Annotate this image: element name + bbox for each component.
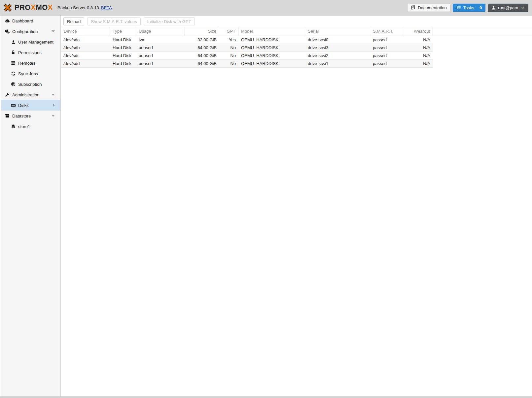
sidebar-item-label: Datastore (12, 114, 31, 118)
logo-segment: MO (36, 3, 48, 12)
sidebar-item-subscription[interactable]: Subscription (1, 79, 60, 89)
cell-size: 32.00 GiB (185, 36, 219, 44)
column-header-gpt[interactable]: GPT (219, 27, 238, 36)
wrench-icon (5, 92, 10, 97)
user-label: root@pam (498, 5, 518, 10)
cell-model: QEMU_HARDDISK (238, 44, 305, 51)
top-actions: Documentation Tasks 0 root@pam (407, 4, 532, 12)
column-header-filler (433, 27, 532, 36)
cell-gpt: No (219, 60, 238, 67)
sidebar-item-store1[interactable]: store1 (1, 121, 60, 132)
cell-wearout: N/A (403, 44, 433, 51)
archive-icon (5, 113, 10, 118)
cell-usage: unused (136, 52, 185, 59)
cell-type: Hard Disk (110, 36, 136, 44)
dashboard-icon (5, 18, 10, 23)
cell-smart: passed (370, 52, 403, 59)
server-icon (11, 60, 16, 66)
cell-serial: drive-scsi2 (305, 52, 370, 59)
cell-model: QEMU_HARDDISK (238, 36, 305, 44)
grid-header: Device Type Usage Size GPT Model Serial … (61, 27, 532, 36)
cell-gpt: Yes (219, 36, 238, 44)
sidebar-item-configuration[interactable]: Configuration (1, 26, 60, 37)
logo-segment: X (48, 3, 53, 12)
tasks-button[interactable]: Tasks 0 (453, 4, 485, 12)
column-header-type[interactable]: Type (110, 27, 136, 36)
documentation-button[interactable]: Documentation (407, 4, 450, 12)
chevron-down-icon[interactable] (52, 115, 55, 117)
column-header-usage[interactable]: Usage (136, 27, 185, 36)
cell-type: Hard Disk (110, 60, 136, 67)
cell-usage: lvm (136, 36, 185, 44)
disks-toolbar: Reload Show S.M.A.R.T. values Initialize… (61, 16, 532, 27)
cell-wearout: N/A (403, 52, 433, 59)
cell-smart: passed (370, 36, 403, 44)
user-icon (11, 39, 16, 45)
tasks-label: Tasks (463, 5, 474, 10)
cell-model: QEMU_HARDDISK (238, 52, 305, 59)
chevron-right-icon (53, 104, 55, 107)
table-row[interactable]: /dev/sdc Hard Disk unused 64.00 GiB No Q… (61, 52, 433, 60)
documentation-label: Documentation (418, 5, 446, 10)
sidebar-item-label: Subscription (18, 82, 42, 87)
show-smart-values-button[interactable]: Show S.M.A.R.T. values (87, 17, 140, 25)
column-header-serial[interactable]: Serial (305, 27, 370, 36)
sidebar-item-label: store1 (18, 124, 30, 129)
logo-segment: X (31, 3, 36, 12)
sync-icon (11, 71, 16, 76)
initialize-gpt-button[interactable]: Initialize Disk with GPT (144, 17, 195, 25)
cell-wearout: N/A (403, 60, 433, 67)
sidebar-item-user-management[interactable]: User Management (1, 37, 60, 47)
cell-device: /dev/sdb (61, 44, 110, 51)
cell-size: 64.00 GiB (185, 60, 219, 67)
reload-button[interactable]: Reload (63, 17, 84, 25)
cell-type: Hard Disk (110, 44, 136, 51)
disks-grid: Device Type Usage Size GPT Model Serial … (61, 27, 532, 68)
cell-wearout: N/A (403, 36, 433, 44)
sidebar: Dashboard Configuration (0, 16, 61, 396)
sidebar-item-label: User Management (18, 40, 53, 45)
sidebar-item-remotes[interactable]: Remotes (1, 58, 60, 68)
cell-usage: unused (136, 60, 185, 67)
chevron-down-icon[interactable] (52, 30, 55, 32)
lifering-icon (11, 82, 16, 87)
logo-segment: PRO (15, 3, 31, 12)
column-header-size[interactable]: Size (185, 27, 219, 36)
viewport-bottom-border (0, 396, 532, 398)
database-icon (11, 124, 16, 129)
sidebar-item-label: Sync Jobs (18, 71, 38, 76)
grid-body: /dev/sda Hard Disk lvm 32.00 GiB Yes QEM… (61, 36, 433, 68)
sidebar-item-permissions[interactable]: Permissions (1, 47, 60, 58)
sidebar-item-dashboard[interactable]: Dashboard (1, 16, 60, 26)
proxmox-logo-icon (3, 3, 12, 12)
user-avatar-icon (491, 6, 496, 10)
top-bar: PROXMOX Backup Server 0.8-13 BETA Docume… (0, 0, 532, 16)
table-row[interactable]: /dev/sdd Hard Disk unused 64.00 GiB No Q… (61, 60, 433, 68)
column-header-smart[interactable]: S.M.A.R.T. (370, 27, 403, 36)
book-icon (411, 5, 415, 10)
user-menu-button[interactable]: root@pam (488, 4, 528, 12)
chevron-down-icon (521, 7, 525, 9)
hdd-icon (11, 103, 16, 108)
sidebar-item-label: Disks (18, 103, 29, 108)
table-row[interactable]: /dev/sda Hard Disk lvm 32.00 GiB Yes QEM… (61, 36, 433, 44)
sidebar-item-administration[interactable]: Administration (1, 89, 60, 100)
sidebar-item-datastore[interactable]: Datastore (1, 111, 60, 121)
gears-icon (5, 29, 10, 34)
cell-gpt: No (219, 44, 238, 51)
column-header-wearout[interactable]: Wearout (403, 27, 433, 36)
sidebar-item-label: Dashboard (12, 18, 33, 23)
proxmox-logo: PROXMOX (15, 3, 53, 12)
chevron-down-icon[interactable] (52, 94, 55, 96)
cell-smart: passed (370, 60, 403, 67)
cell-type: Hard Disk (110, 52, 136, 59)
brand-area: PROXMOX Backup Server 0.8-13 BETA (0, 3, 112, 12)
beta-link[interactable]: BETA (101, 5, 112, 10)
column-header-model[interactable]: Model (238, 27, 305, 36)
table-row[interactable]: /dev/sdb Hard Disk unused 64.00 GiB No Q… (61, 44, 433, 52)
sidebar-item-sync-jobs[interactable]: Sync Jobs (1, 68, 60, 79)
sidebar-item-disks[interactable]: Disks (1, 100, 60, 111)
cell-serial: drive-scsi1 (305, 60, 370, 67)
column-header-device[interactable]: Device (61, 27, 110, 36)
cell-size: 64.00 GiB (185, 52, 219, 59)
